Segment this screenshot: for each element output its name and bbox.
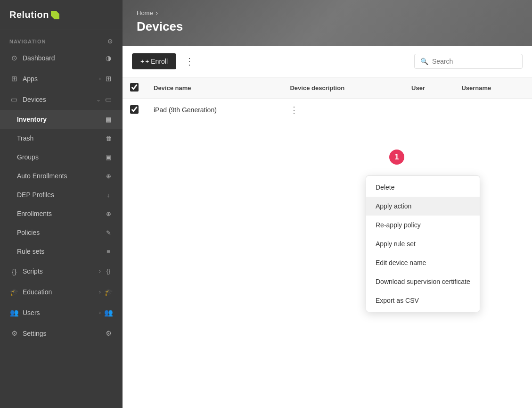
sidebar-item-groups[interactable]: Groups ▣ (0, 148, 123, 167)
education-icon: 🎓 (9, 287, 19, 297)
sidebar-item-label: Devices (23, 96, 46, 103)
row-checkbox-cell (123, 99, 146, 121)
auto-enrollments-label: Auto Enrollments (17, 172, 67, 180)
devices-chevron-icon: ⌄ (96, 96, 101, 103)
menu-item-export-csv[interactable]: Export as CSV (366, 291, 480, 310)
inventory-label: Inventory (17, 116, 47, 123)
scripts-icon: {} (9, 266, 19, 276)
sidebar-item-settings[interactable]: ⚙ Settings ⚙ (0, 323, 123, 344)
sidebar-item-policies[interactable]: Policies ✎ (0, 223, 123, 242)
column-device-name: Device name (146, 77, 282, 99)
main-content: Home › Devices + + Enroll ⋮ 🔍 (123, 0, 532, 408)
sidebar-item-enrollments[interactable]: Enrollments ⊕ (0, 204, 123, 223)
table-row: iPad (9th Generation) ⋮ (123, 99, 532, 121)
menu-item-re-apply-policy[interactable]: Re-apply policy (366, 216, 480, 234)
rule-sets-label: Rule sets (17, 248, 44, 255)
table-header-row: Device name Device description User User… (123, 77, 532, 99)
step-1-number: 1 (395, 153, 399, 161)
sidebar-item-devices[interactable]: ▭ Devices ⌄ ▭ (0, 89, 123, 110)
search-box: 🔍 (414, 54, 523, 69)
sidebar-item-rule-sets[interactable]: Rule sets ≡ (0, 242, 123, 261)
dep-profiles-label: DEP Profiles (17, 191, 54, 199)
column-username: Username (454, 77, 532, 99)
apps-icon: ⊞ (9, 74, 19, 83)
menu-item-download-supervision-cert[interactable]: Download supervision certificate (366, 272, 480, 291)
users-icon: 👥 (9, 308, 19, 317)
enroll-plus-icon: + (140, 58, 144, 65)
logo-text: Relution (9, 9, 49, 20)
education-right-icon: 🎓 (104, 287, 113, 297)
sidebar-item-education[interactable]: 🎓 Education › 🎓 (0, 282, 123, 302)
breadcrumb-separator: › (156, 9, 158, 17)
dashboard-right-icon: ◑ (104, 53, 113, 63)
apps-right-icon: ⊞ (104, 74, 113, 83)
devices-table: Device name Device description User User… (123, 77, 532, 121)
sidebar-item-label: Dashboard (23, 54, 55, 62)
header-checkbox-cell (123, 77, 146, 99)
menu-item-apply-action[interactable]: Apply action (366, 197, 480, 216)
breadcrumb: Home › (137, 9, 518, 17)
cell-username (454, 99, 532, 121)
sidebar-item-apps[interactable]: ⊞ Apps › ⊞ (0, 68, 123, 89)
sidebar-item-users[interactable]: 👥 Users › 👥 (0, 302, 123, 323)
cell-more-button: ⋮ (282, 99, 404, 121)
row-checkbox[interactable] (130, 105, 139, 114)
nav-section-label: NAVIGATION ⊙ (0, 30, 123, 48)
page-title: Devices (137, 19, 518, 34)
content-area: + + Enroll ⋮ 🔍 Dev (123, 46, 532, 408)
sidebar-item-trash[interactable]: Trash 🗑 (0, 129, 123, 148)
step-badge-1: 1 (389, 150, 404, 165)
enroll-label: + Enroll (145, 58, 168, 65)
groups-label: Groups (17, 153, 39, 161)
sidebar-item-dashboard[interactable]: ⊙ Dashboard ◑ (0, 48, 123, 68)
cell-device-name: iPad (9th Generation) (146, 99, 282, 121)
page-header: Home › Devices (123, 0, 532, 46)
scripts-label: Scripts (23, 267, 43, 275)
sidebar-item-scripts[interactable]: {} Scripts › {} (0, 261, 123, 282)
more-options-button[interactable]: ⋮ (181, 54, 198, 69)
row-more-button[interactable]: ⋮ (290, 105, 298, 115)
menu-item-edit-device-name[interactable]: Edit device name (366, 253, 480, 272)
sidebar-item-auto-enrollments[interactable]: Auto Enrollments ⊕ (0, 167, 123, 185)
toolbar: + + Enroll ⋮ 🔍 (123, 46, 532, 77)
education-label: Education (23, 288, 52, 296)
scripts-chevron-icon: › (99, 268, 101, 275)
sidebar-item-inventory[interactable]: Inventory ▤ (0, 110, 123, 129)
logo-icon (51, 11, 59, 19)
sidebar: Relution NAVIGATION ⊙ ⊙ Dashboard ◑ ⊞ Ap… (0, 0, 123, 408)
settings-label: Settings (23, 330, 47, 337)
users-right-icon: 👥 (104, 308, 113, 317)
auto-enrollments-icon: ⊕ (104, 171, 113, 181)
rule-sets-icon: ≡ (104, 247, 113, 256)
settings-right-icon: ⚙ (104, 329, 113, 338)
menu-item-delete[interactable]: Delete (366, 178, 480, 197)
settings-icon: ⚙ (9, 329, 19, 338)
apps-chevron-icon: › (99, 75, 101, 82)
logo-container: Relution (0, 0, 123, 30)
search-input[interactable] (432, 58, 516, 65)
devices-icon: ▭ (9, 95, 19, 104)
cell-user (404, 99, 454, 121)
scripts-right-icon: {} (104, 266, 113, 276)
devices-right-icon: ▭ (104, 95, 113, 104)
dashboard-icon: ⊙ (9, 53, 19, 63)
enrollments-label: Enrollments (17, 210, 52, 217)
context-menu: Delete Apply action Re-apply policy Appl… (366, 175, 480, 312)
education-chevron-icon: › (99, 289, 101, 295)
users-chevron-icon: › (99, 309, 101, 316)
nav-section-icon: ⊙ (107, 38, 113, 45)
more-dots-icon: ⋮ (185, 56, 194, 67)
users-label: Users (23, 309, 40, 316)
breadcrumb-home[interactable]: Home (137, 9, 153, 17)
trash-icon: 🗑 (104, 133, 113, 143)
menu-item-apply-rule-set[interactable]: Apply rule set (366, 234, 480, 253)
sidebar-item-label: Apps (23, 75, 38, 83)
enroll-button[interactable]: + + Enroll (132, 53, 176, 69)
search-icon: 🔍 (420, 58, 428, 65)
column-user: User (404, 77, 454, 99)
groups-icon: ▣ (104, 152, 113, 162)
sidebar-item-dep-profiles[interactable]: DEP Profiles ↓ (0, 185, 123, 204)
select-all-checkbox[interactable] (130, 83, 139, 92)
dep-profiles-icon: ↓ (104, 190, 113, 200)
policies-icon: ✎ (104, 228, 113, 237)
